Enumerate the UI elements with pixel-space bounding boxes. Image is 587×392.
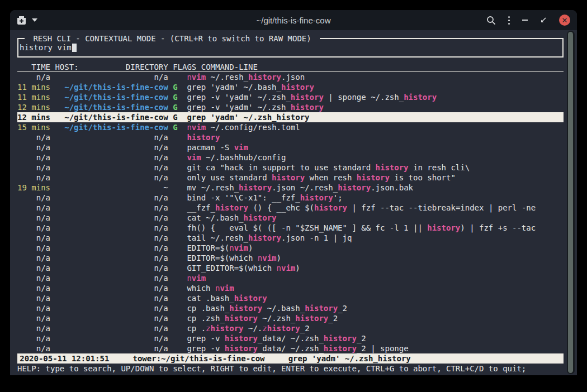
- table-row[interactable]: n/an/atail ~/.resh_history.json -n 1 | j…: [17, 233, 564, 243]
- row-directory: n/a: [55, 233, 168, 243]
- row-flags: [173, 142, 177, 152]
- row-directory: n/a: [55, 283, 168, 293]
- chevron-down-icon: [32, 18, 37, 22]
- table-row[interactable]: n/an/acp .zhistory ~/.zhistory_2: [17, 323, 564, 333]
- table-row[interactable]: n/an/acat ~/.bash_history: [17, 213, 564, 223]
- table-row[interactable]: n/an/agrep -v history_data/ ~/.zsh_histo…: [17, 333, 564, 343]
- row-command: grep -v history_data/ ~/.zsh_history_2: [182, 333, 564, 343]
- row-flags: [173, 323, 177, 333]
- table-row[interactable]: 15 mins~/git/this-is-fine-cowGnvim ~/.co…: [17, 122, 564, 132]
- scrollbar-handle[interactable]: [568, 32, 573, 373]
- table-row[interactable]: n/an/agit ca "hack in support to use sta…: [17, 162, 564, 173]
- row-command: grep -v 'yadm' ~/.zsh_history: [182, 102, 564, 112]
- row-directory: n/a: [55, 243, 168, 253]
- close-button[interactable]: ✕: [559, 15, 570, 26]
- table-row[interactable]: n/an/afh() { eval $( ([ -n "$ZSH_NAME" ]…: [17, 223, 564, 233]
- table-row[interactable]: n/an/aonly use standard history when res…: [17, 173, 564, 183]
- row-directory: n/a: [55, 313, 168, 323]
- row-time: n/a: [17, 343, 50, 353]
- row-directory: ~/git/this-is-fine-cow: [55, 102, 168, 112]
- row-command: history: [182, 132, 564, 142]
- table-row[interactable]: n/an/anvim ~/.resh_history.json: [17, 72, 564, 82]
- resh-cli: RESH CLI - CONTEXTUAL MODE - (CTRL+R to …: [10, 30, 564, 374]
- titlebar-left: [17, 16, 140, 25]
- menu-button[interactable]: [508, 16, 510, 25]
- row-command: nvim ~/.config/resh.toml: [182, 122, 564, 132]
- table-row-selected[interactable]: 12 mins~/git/this-is-fine-cowGgrep 'yadm…: [17, 112, 564, 122]
- row-directory: n/a: [55, 273, 168, 283]
- row-flags: [173, 233, 177, 243]
- restore-button[interactable]: [540, 17, 547, 23]
- row-flags: [173, 283, 177, 293]
- table-row[interactable]: 12 mins~/git/this-is-fine-cowGgrep -v 'y…: [17, 102, 564, 112]
- row-command: EDITOR=$(nvim): [182, 243, 564, 253]
- row-command: cp .zhistory ~/.zhistory_2: [182, 323, 564, 333]
- row-flags: G: [173, 102, 177, 112]
- row-directory: n/a: [55, 333, 168, 343]
- minimize-icon: [522, 20, 528, 21]
- search-button[interactable]: [486, 16, 496, 25]
- row-command: grep -v history_data/ ~/.zsh_history_2 |…: [182, 343, 564, 353]
- row-time: 19 mins: [17, 183, 50, 193]
- row-directory: n/a: [55, 223, 168, 233]
- row-directory: ~/git/this-is-fine-cow: [55, 112, 168, 122]
- table-row[interactable]: n/an/aGIT_EDITOR=$(which nvim): [17, 263, 564, 273]
- new-tab-button[interactable]: [17, 16, 26, 25]
- table-row[interactable]: n/an/acat .bash_history: [17, 293, 564, 303]
- row-flags: G: [173, 92, 177, 102]
- table-row[interactable]: n/an/aEDITOR=$(nvim): [17, 243, 564, 253]
- row-time: 11 mins: [17, 92, 50, 102]
- table-row[interactable]: n/an/acp .bash_history ~/.bash_history_2: [17, 303, 564, 313]
- restore-icon: [540, 17, 547, 23]
- row-flags: G: [173, 112, 177, 122]
- row-command: GIT_EDITOR=$(which nvim): [182, 263, 564, 273]
- row-directory: n/a: [55, 173, 168, 183]
- row-flags: [173, 173, 177, 183]
- row-command: cat ~/.bash_history: [182, 213, 564, 223]
- table-row[interactable]: n/an/ahistory: [17, 132, 564, 142]
- tabs-dropdown-button[interactable]: [32, 18, 37, 22]
- row-directory: ~/git/this-is-fine-cow: [55, 122, 168, 132]
- row-flags: [173, 72, 177, 82]
- row-time: n/a: [17, 333, 50, 343]
- row-command: only use standard history when resh hist…: [182, 173, 564, 183]
- scrollbar-track[interactable]: [567, 31, 575, 374]
- window-title: ~/git/this-is-fine-cow: [140, 16, 447, 25]
- row-flags: [173, 152, 177, 162]
- titlebar: ~/git/this-is-fine-cow ✕: [10, 10, 577, 30]
- table-row[interactable]: n/an/anvim: [17, 273, 564, 283]
- row-time: n/a: [17, 162, 50, 173]
- row-time: n/a: [17, 142, 50, 152]
- row-flags: [173, 193, 177, 203]
- row-directory: n/a: [55, 263, 168, 273]
- row-flags: G: [173, 122, 177, 132]
- table-row[interactable]: n/an/abind -x '"\C-x1": __fzf_history';: [17, 193, 564, 203]
- row-time: 12 mins: [17, 102, 50, 112]
- row-time: n/a: [17, 72, 50, 82]
- new-tab-icon: [17, 16, 26, 25]
- table-row[interactable]: n/an/agrep -v history_data/ ~/.zsh_histo…: [17, 343, 564, 353]
- row-flags: [173, 203, 177, 213]
- row-flags: [173, 293, 177, 303]
- table-row[interactable]: 11 mins~/git/this-is-fine-cowGgrep 'yadm…: [17, 82, 564, 92]
- row-command: nvim: [182, 273, 564, 283]
- table-row[interactable]: n/an/a__fzf_history () { __ehc $(history…: [17, 203, 564, 213]
- minimize-button[interactable]: [522, 20, 528, 21]
- table-row[interactable]: n/an/apacman -S vim: [17, 142, 564, 152]
- row-directory: ~: [55, 183, 168, 193]
- row-time: n/a: [17, 283, 50, 293]
- row-flags: [173, 253, 177, 263]
- table-row[interactable]: 19 mins~mv ~/.resh_history.json ~/.resh_…: [17, 183, 564, 193]
- table-row[interactable]: n/an/awhich nvim: [17, 283, 564, 293]
- row-flags: [173, 183, 177, 193]
- table-row[interactable]: n/an/avim ~/.bashhub/config: [17, 152, 564, 162]
- close-icon: ✕: [559, 15, 570, 26]
- status-command: grep 'yadm' ~/.zsh_history: [288, 354, 411, 363]
- row-command: pacman -S vim: [182, 142, 564, 152]
- table-row[interactable]: 11 mins~/git/this-is-fine-cowGgrep -v 'y…: [17, 92, 564, 102]
- table-row[interactable]: n/an/aEDITOR=$(which nvim): [17, 253, 564, 263]
- row-command: grep -v 'yadm' ~/.zsh_history | sponge ~…: [182, 92, 564, 102]
- row-time: n/a: [17, 253, 50, 263]
- row-time: 11 mins: [17, 82, 50, 92]
- table-row[interactable]: n/an/acp .zsh_history ~/.zsh_history_2: [17, 313, 564, 323]
